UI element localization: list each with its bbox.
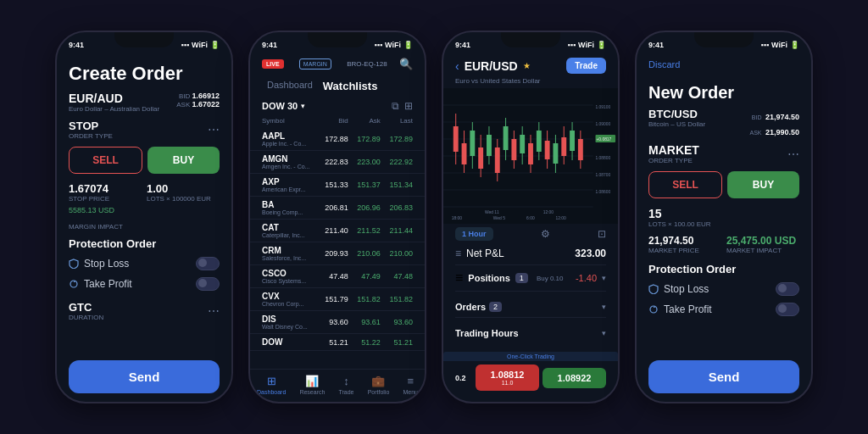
dow-chevron[interactable]: ▾ [301,102,305,110]
table-row[interactable]: DOW 51.21 51.22 51.21 [250,334,425,351]
td-bid: 47.48 [316,272,348,281]
buy-price-btn[interactable]: 1.08922 [542,368,606,388]
back-arrow-3[interactable]: ‹ [455,59,459,73]
pnl-label: Net P&L [466,248,504,259]
nav-research[interactable]: 📊 Research [299,375,325,395]
svg-rect-29 [537,131,542,152]
phone-chart: 9:41 ▪▪▪ WiFi 🔋 ‹ EUR/USD ★ Trade Euro v… [442,31,620,403]
take-profit-toggle-1[interactable] [196,277,220,291]
btc-info: BTC/USD Bitcoin – US Dollar [648,108,705,128]
margin-sub-1: MARGIN IMPACT [69,223,220,231]
buy-button-1[interactable]: BUY [147,147,220,174]
tab-watchlists[interactable]: Watchlists [318,77,383,95]
table-row[interactable]: DIS Walt Disney Co... 93.60 93.61 93.60 [250,311,425,334]
table-row[interactable]: CSCO Cisco Systems... 47.48 47.49 47.48 [250,265,425,288]
buy-button-4[interactable]: BUY [727,171,799,198]
svg-text:1.09100: 1.09100 [596,105,611,109]
market-price-val: 21,974.50 [648,235,721,247]
nav-portfolio[interactable]: 💼 Portfolio [368,375,390,395]
protection-title-1: Protection Order [69,237,220,250]
margin-val-1: 5585.13 USD [69,206,220,214]
star-icon-3[interactable]: ★ [523,61,531,70]
pair-sub-1: Euro Dollar – Australian Dollar [69,105,159,113]
col-last: Last [381,117,413,125]
positions-row[interactable]: ≡ Positions 1 Buy 0.10 -1.40 ▾ [455,264,606,292]
svg-text:Wed 5: Wed 5 [493,216,505,220]
stop-loss-toggle-1[interactable] [196,257,220,270]
grid-icon[interactable]: ⊞ [404,100,413,112]
positions-count: 1 [515,273,528,283]
table-row[interactable]: AAPL Apple Inc. - Co... 172.88 172.89 17… [250,128,425,151]
take-profit-label-1: Take Profit [69,278,132,290]
signal-icon-2: ▪▪▪ [375,41,383,49]
dow-row: DOW 30 ▾ ⧉ ⊞ [250,98,425,115]
table-row[interactable]: BA Boeing Comp... 206.81 206.96 206.83 [250,197,425,220]
timeframe-button[interactable]: 1 Hour [455,227,493,241]
trade-button-3[interactable]: Trade [566,58,606,74]
stop-loss-row-4: Stop Loss [648,282,799,296]
orders-row[interactable]: Orders 2 ▾ [455,297,606,318]
duration-val-1: GTC [69,301,103,314]
send-button-1[interactable]: Send [69,360,220,393]
search-icon-p2[interactable]: 🔍 [399,58,413,70]
svg-rect-9 [453,126,459,152]
svg-text:12:00: 12:00 [543,210,554,214]
sell-button-4[interactable]: SELL [648,171,722,198]
col-bid: Bid [316,117,348,125]
table-row[interactable]: CRM Salesforce, Inc... 209.93 210.06 210… [250,242,425,265]
research-icon: 📊 [305,375,319,387]
market-price-box: 21,974.50 MARKET PRICE [648,235,721,254]
stop-loss-toggle-4[interactable] [776,282,799,296]
btc-ask-row: ASK 21,990.50 [749,123,799,138]
dots-menu-duration[interactable]: ⋯ [208,304,220,318]
p2-header: LIVE MARGIN BRO-EQ-128 🔍 [250,54,425,74]
table-row[interactable]: AXP American Expr... 151.33 151.37 151.3… [250,174,425,197]
one-click-label: One-Click Trading [443,352,618,361]
copy-icon[interactable]: ⧉ [392,100,399,112]
table-row[interactable]: CVX Chevron Corp... 151.79 151.82 151.82 [250,288,425,311]
trading-hours-row[interactable]: Trading Hours ▾ [455,323,606,343]
btc-row: BTC/USD Bitcoin – US Dollar BID 21,974.5… [648,108,799,138]
chart-settings-icon[interactable]: ⚙ [541,228,550,240]
watchlist-rows: AAPL Apple Inc. - Co... 172.88 172.89 17… [250,128,425,351]
dots-menu-1[interactable]: ⋯ [208,123,220,136]
svg-rect-23 [511,139,516,160]
dots-menu-4[interactable]: ⋯ [787,147,799,161]
sell-price-btn[interactable]: 1.08812 11.0 [476,364,539,391]
col-symbol: Symbol [262,117,316,125]
td-last: 211.44 [381,226,413,235]
table-row[interactable]: AMGN Amgen Inc. - Co... 222.83 223.00 22… [250,151,425,174]
time-3: 9:41 [455,41,470,49]
create-order-content: Create Order EUR/AUD Euro Dollar – Austr… [57,54,231,353]
pair-subtitle-3: Euro vs United States Dollar [443,77,618,88]
market-impact-val: 25,475.00 USD [726,235,799,247]
trading-btns: 0.2 1.08812 11.0 1.08922 [443,361,618,394]
nav-trade[interactable]: ↕ Trade [338,375,353,395]
chart-area-3: 1.09100 1.09000 1.08900 1.08800 1.08700 … [443,88,618,224]
stop-loss-row-1: Stop Loss [69,257,220,270]
tab-dashboard[interactable]: Dashboard [262,77,318,95]
td-last: 172.89 [381,135,413,143]
btc-bid-ask: BID 21,974.50 ASK 21,990.50 [749,108,799,138]
signal-icon-4: ▪▪▪ [761,41,770,49]
stop-price-sub: STOP PRICE [69,195,142,203]
info-row-1: 1.67074 STOP PRICE 1.00 LOTS × 100000 EU… [69,182,220,203]
order-type-row-1: STOP ORDER TYPE ⋯ [69,120,220,140]
margin-badge: MARGIN [299,58,331,70]
svg-rect-37 [570,131,575,151]
time-1: 9:41 [69,41,84,49]
send-button-4[interactable]: Send [648,360,799,393]
nav-menu[interactable]: ≡ Menu [403,375,418,395]
take-profit-row-4: Take Profit [648,303,799,316]
discard-button[interactable]: Discard [648,59,680,70]
status-icons-4: ▪▪▪ WiFi 🔋 [761,41,800,49]
svg-rect-25 [520,135,525,153]
bid-label-1: BID [179,92,190,100]
sell-button-1[interactable]: SELL [69,147,142,174]
trading-hours-chevron: ▾ [602,329,606,337]
table-row[interactable]: CAT Caterpillar, Inc... 211.40 211.52 21… [250,220,425,242]
td-symbol: AXP American Expr... [262,177,316,192]
chart-fullscreen-icon[interactable]: ⊡ [598,228,606,240]
nav-dashboard[interactable]: ⊞ Dashboard [257,375,286,395]
take-profit-toggle-4[interactable] [776,303,799,316]
